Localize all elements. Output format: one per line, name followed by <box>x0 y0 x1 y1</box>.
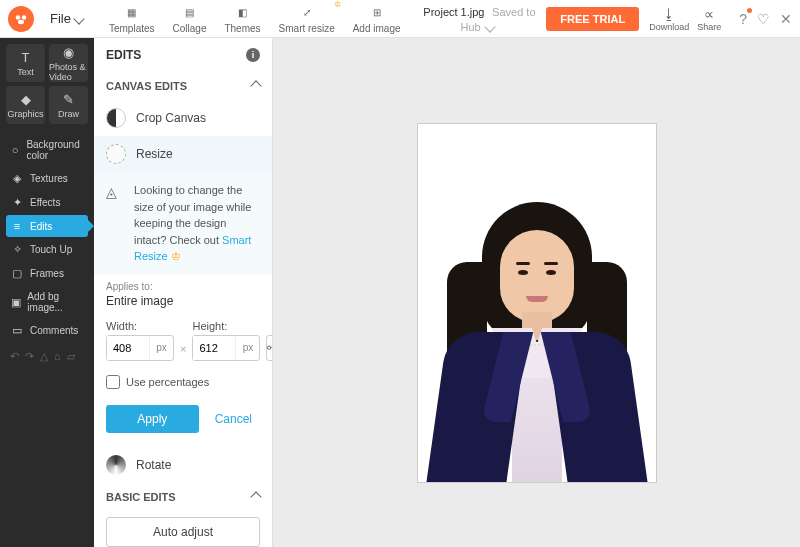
project-name[interactable]: Project 1.jpg Saved to Hub <box>409 4 547 34</box>
add-image-icon: ⊞ <box>368 4 386 22</box>
close-icon[interactable]: ✕ <box>780 11 792 27</box>
height-input-group: px <box>192 335 260 361</box>
resize-item[interactable]: Resize <box>94 136 272 172</box>
sidebar-item-bgcolor[interactable]: ○Background color <box>6 134 88 166</box>
width-input-group: px <box>106 335 174 361</box>
smart-resize-tool[interactable]: ⤢♔Smart resize <box>271 2 343 36</box>
use-percentages-checkbox[interactable] <box>106 375 120 389</box>
text-icon: T <box>22 50 30 65</box>
panel-title: EDITS <box>106 48 141 62</box>
width-label: Width: <box>106 320 174 332</box>
height-input[interactable] <box>193 336 235 360</box>
sidebar-item-frames[interactable]: ▢Frames <box>6 262 88 285</box>
home-icon[interactable]: ⌂ <box>54 350 61 363</box>
sidebar-item-effects[interactable]: ✦Effects <box>6 191 88 214</box>
top-tools: ▦Templates ▤Collage ◧Themes ⤢♔Smart resi… <box>101 2 409 36</box>
apply-button[interactable]: Apply <box>106 405 199 433</box>
edits-panel: EDITS i CANVAS EDITS Crop Canvas Resize … <box>94 38 273 547</box>
chevron-up-icon <box>250 80 261 91</box>
info-icon[interactable]: i <box>246 48 260 62</box>
width-input[interactable] <box>107 336 149 360</box>
svg-point-0 <box>16 15 21 20</box>
bell-icon[interactable]: ♡ <box>757 11 770 27</box>
chevron-down-icon <box>485 21 496 32</box>
sparkle-icon: ✦ <box>10 196 24 209</box>
height-label: Height: <box>192 320 260 332</box>
svg-point-2 <box>18 19 24 24</box>
undo-icon[interactable]: ↶ <box>10 350 19 363</box>
sidebar-item-textures[interactable]: ◈Textures <box>6 167 88 190</box>
smart-resize-tip: ◬ Looking to change the size of your ima… <box>94 172 272 275</box>
smart-resize-icon: ⤢ <box>298 4 316 22</box>
circle-icon: ○ <box>10 144 20 156</box>
applies-to-value: Entire image <box>94 294 272 316</box>
file-menu[interactable]: File <box>42 7 91 30</box>
width-unit[interactable]: px <box>149 336 173 360</box>
share-button[interactable]: ∝Share <box>697 6 721 32</box>
download-button[interactable]: ⭳Download <box>649 6 689 32</box>
top-toolbar: File ▦Templates ▤Collage ◧Themes ⤢♔Smart… <box>0 0 800 38</box>
basic-edits-header[interactable]: BASIC EDITS <box>94 483 272 511</box>
canvas-edits-header[interactable]: CANVAS EDITS <box>94 72 272 100</box>
canvas-area[interactable] <box>273 38 800 547</box>
top-icons: ? ♡ ✕ <box>739 11 792 27</box>
height-unit[interactable]: px <box>235 336 259 360</box>
resize-icon <box>106 144 126 164</box>
frame-icon: ▢ <box>10 267 24 280</box>
templates-tool[interactable]: ▦Templates <box>101 2 163 36</box>
comment-icon: ▭ <box>10 324 24 337</box>
collage-tool[interactable]: ▤Collage <box>165 2 215 36</box>
free-trial-button[interactable]: FREE TRIAL <box>546 7 639 31</box>
times-icon: × <box>180 343 186 361</box>
crown-icon: ♔ <box>334 0 341 9</box>
chevron-up-icon <box>250 491 261 502</box>
collage-icon: ▤ <box>180 4 198 22</box>
rotate-item[interactable]: Rotate <box>94 447 272 483</box>
file-label: File <box>50 11 71 26</box>
photos-tool[interactable]: ◉Photos & Video <box>49 44 88 82</box>
sliders-icon: ≡ <box>10 220 24 232</box>
sidebar-item-touchup[interactable]: ✧Touch Up <box>6 238 88 261</box>
app-logo[interactable] <box>8 6 34 32</box>
draw-tool[interactable]: ✎Draw <box>49 86 88 124</box>
history-controls: ↶ ↷ △ ⌂ ▱ <box>6 342 88 371</box>
use-percentages-row[interactable]: Use percentages <box>94 365 272 399</box>
sidebar-item-edits[interactable]: ≡Edits <box>6 215 88 237</box>
chevron-down-icon <box>73 13 84 24</box>
wand-icon: ✧ <box>10 243 24 256</box>
text-tool[interactable]: TText <box>6 44 45 82</box>
crown-icon: ♔ <box>171 250 181 262</box>
add-image-tool[interactable]: ⊞Add image <box>345 2 409 36</box>
svg-point-1 <box>22 15 27 20</box>
pencil-icon: ✎ <box>63 92 74 107</box>
warning-icon[interactable]: △ <box>40 350 48 363</box>
canvas[interactable] <box>417 123 657 483</box>
tool-sidebar: TText ◉Photos & Video ◆Graphics ✎Draw ○B… <box>0 38 94 547</box>
graphics-tool[interactable]: ◆Graphics <box>6 86 45 124</box>
applies-to-label: Applies to: <box>94 275 272 294</box>
rotate-icon <box>106 455 126 475</box>
templates-icon: ▦ <box>123 4 141 22</box>
download-icon: ⭳ <box>662 6 676 22</box>
layers-icon[interactable]: ▱ <box>67 350 75 363</box>
crop-canvas-item[interactable]: Crop Canvas <box>94 100 272 136</box>
help-icon[interactable]: ? <box>739 11 747 27</box>
crop-icon <box>106 108 126 128</box>
portrait-image <box>437 202 637 482</box>
themes-icon: ◧ <box>234 4 252 22</box>
image-icon: ▣ <box>10 296 21 309</box>
camera-icon: ◉ <box>63 45 74 60</box>
sidebar-item-comments[interactable]: ▭Comments <box>6 319 88 342</box>
top-right: ⭳Download ∝Share ? ♡ ✕ <box>649 6 792 32</box>
auto-adjust-button[interactable]: Auto adjust <box>106 517 260 547</box>
redo-icon[interactable]: ↷ <box>25 350 34 363</box>
sidebar-item-addbg[interactable]: ▣Add bg image... <box>6 286 88 318</box>
share-icon: ∝ <box>704 6 714 22</box>
cancel-button[interactable]: Cancel <box>207 405 260 433</box>
graphics-icon: ◆ <box>21 92 31 107</box>
textures-icon: ◈ <box>10 172 24 185</box>
tip-icon: ◬ <box>106 182 126 265</box>
themes-tool[interactable]: ◧Themes <box>216 2 268 36</box>
